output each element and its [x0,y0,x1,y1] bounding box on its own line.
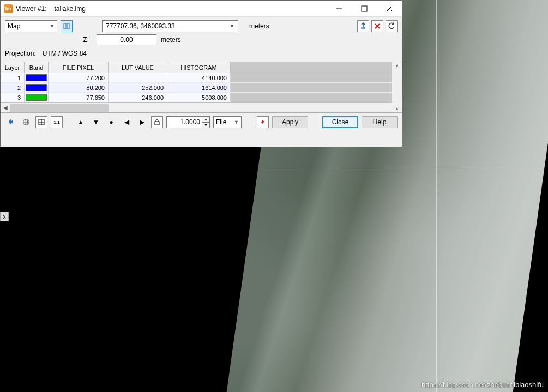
side-panel-close-button[interactable]: x [0,212,9,221]
cell-band [25,83,49,93]
col-header-layer[interactable]: Layer [1,62,25,73]
col-header-lut-value[interactable]: LUT VALUE [109,62,167,73]
cell-histogram: 4140.000 [167,73,231,83]
table-header-row: Layer Band FILE PIXEL LUT VALUE HISTOGRA… [1,62,402,73]
window-close-button[interactable] [377,1,402,17]
down-triangle-icon[interactable]: ▼ [90,116,102,128]
table-vertical-scrollbar[interactable]: ∧ ∨ [392,62,402,112]
table-body: 177.2004140.000280.200252.0001614.000377… [1,73,402,102]
col-header-band[interactable]: Band [25,62,49,73]
pixel-viewer-window: Im Viewer #1: tailake.img Map ▼ 777707.3… [0,0,402,147]
help-button[interactable]: Help [362,116,398,128]
cell-band [25,93,49,102]
chevron-down-icon: ▼ [50,23,55,29]
lock-icon[interactable] [151,116,163,128]
xy-units-label: meters [242,22,269,30]
one-to-one-icon[interactable]: 1:1 [51,116,63,128]
col-header-histogram[interactable]: HISTOGRAM [167,62,231,73]
cell-file-pixel: 77.200 [49,73,109,83]
minimize-button[interactable] [327,1,352,17]
z-units-label: meters [161,36,181,44]
snowflake-icon[interactable]: ✱ [5,116,17,128]
cell-blank [231,73,402,83]
cell-lut-value: 246.000 [109,93,167,102]
projection-value: UTM / WGS 84 [43,50,87,57]
svg-rect-6 [362,27,365,29]
crosshair-horizontal [0,167,548,167]
z-input[interactable]: 0.00 [97,34,156,45]
globe-icon[interactable] [20,116,32,128]
pin-button[interactable] [357,20,369,32]
table-row[interactable]: 280.200252.0001614.000 [1,83,402,93]
file-menu[interactable]: File ▼ [213,116,242,128]
cell-layer: 2 [1,83,25,93]
map-select-label: Map [8,22,20,30]
table-row[interactable]: 377.650246.0005008.000 [1,93,402,102]
z-label: Z: [5,36,92,44]
window-filename: tailake.img [54,5,85,13]
scroll-down-icon[interactable]: ∨ [395,106,399,111]
svg-rect-4 [64,23,66,29]
top-controls-row: Map ▼ 777707.36, 3460093.33 ▼ meters [1,17,402,34]
maximize-button[interactable] [352,1,377,17]
z-row: Z: 0.00 meters [1,34,402,49]
col-header-blank [231,62,402,73]
table-row[interactable]: 177.2004140.000 [1,73,402,83]
cell-layer: 3 [1,93,25,102]
pixel-table: Layer Band FILE PIXEL LUT VALUE HISTOGRA… [1,62,402,113]
coordinate-value: 777707.36, 3460093.33 [106,22,175,30]
app-icon: Im [4,4,13,13]
record-circle-icon[interactable]: ● [105,116,117,128]
cell-histogram: 1614.000 [167,83,231,93]
projection-label: Projection: [5,50,36,57]
table-horizontal-scrollbar[interactable]: ◀ ▶ [1,102,402,112]
watermark-text: https://blog.csdn.net/zhebushibiaoshifu [421,381,544,389]
apply-button[interactable]: Apply [272,116,308,128]
scroll-up-icon[interactable]: ∧ [395,63,399,69]
scroll-thumb[interactable] [10,104,109,112]
file-menu-label: File [216,118,226,126]
chevron-down-icon: ▼ [234,119,239,125]
cell-histogram: 5008.000 [167,93,231,102]
cell-lut-value: 252.000 [109,83,167,93]
refresh-button[interactable] [386,20,398,32]
cell-file-pixel: 77.650 [49,93,109,102]
close-button[interactable]: Close [322,116,358,128]
columns-toggle-button[interactable] [61,20,73,32]
cell-blank [231,83,402,93]
chevron-down-icon: ▼ [230,23,234,29]
svg-rect-1 [362,6,367,11]
bottom-toolbar: ✱ 1:1 ▲ ▼ ● ◀ ▶ 1.0000 ▲▼ File ▼ Apply C… [1,113,402,131]
cell-file-pixel: 80.200 [49,83,109,93]
up-triangle-icon[interactable]: ▲ [75,116,87,128]
lightning-icon[interactable] [257,116,269,128]
delete-button[interactable] [371,20,383,32]
cell-lut-value [109,73,167,83]
svg-rect-5 [67,23,69,29]
window-title: Viewer #1: [16,5,46,13]
map-select[interactable]: Map ▼ [5,20,57,32]
svg-rect-15 [155,122,159,125]
col-header-file-pixel[interactable]: FILE PIXEL [49,62,109,73]
scroll-left-icon[interactable]: ◀ [1,105,10,111]
crosshair-target-icon[interactable] [35,116,47,128]
coordinate-input[interactable]: 777707.36, 3460093.33 ▼ [102,20,238,32]
cell-blank [231,93,402,102]
next-triangle-icon[interactable]: ▶ [136,116,148,128]
projection-row: Projection: UTM / WGS 84 [1,49,402,62]
crosshair-vertical [436,0,437,392]
prev-triangle-icon[interactable]: ◀ [121,116,133,128]
cell-layer: 1 [1,73,25,83]
cell-band [25,73,49,83]
zoom-input[interactable]: 1.0000 [166,116,202,128]
zoom-spinner[interactable]: ▲▼ [202,116,210,128]
window-titlebar[interactable]: Im Viewer #1: tailake.img [1,1,402,17]
